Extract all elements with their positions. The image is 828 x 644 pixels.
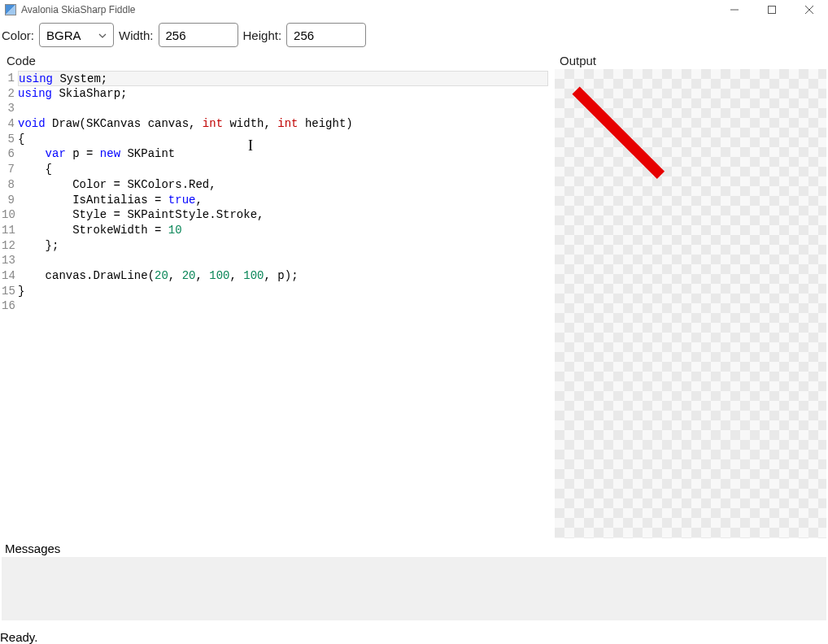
maximize-button[interactable] xyxy=(753,0,791,20)
code-line[interactable]: using SkiaSharp; xyxy=(18,86,548,102)
close-button[interactable] xyxy=(791,0,828,20)
code-line[interactable]: { xyxy=(18,132,548,147)
code-line[interactable] xyxy=(18,101,548,116)
code-line[interactable]: canvas.DrawLine(20, 20, 100, 100, p); xyxy=(18,268,548,284)
code-line[interactable] xyxy=(18,298,548,314)
code-line[interactable]: var p = new SKPaint xyxy=(18,146,548,162)
code-line[interactable]: IsAntialias = true, xyxy=(18,193,548,208)
minimize-button[interactable] xyxy=(716,0,753,20)
output-drawing xyxy=(555,69,826,341)
code-gutter: 12345678910111213141516 xyxy=(2,70,16,538)
code-line[interactable]: { xyxy=(18,162,548,177)
code-line[interactable]: StrokeWidth = 10 xyxy=(18,223,548,238)
code-editor[interactable]: 12345678910111213141516 using System;usi… xyxy=(2,69,548,538)
code-line[interactable]: }; xyxy=(18,238,548,254)
window-title: Avalonia SkiaSharp Fiddle xyxy=(21,4,136,15)
title-bar: Avalonia SkiaSharp Fiddle xyxy=(0,0,828,20)
color-combo[interactable]: BGRA xyxy=(39,23,114,47)
width-label: Width: xyxy=(119,28,154,42)
width-input[interactable] xyxy=(159,23,238,47)
height-label: Height: xyxy=(243,28,282,42)
chevron-down-icon xyxy=(98,29,107,41)
output-canvas xyxy=(555,69,826,538)
code-line[interactable]: using System; xyxy=(18,71,548,86)
output-label: Output xyxy=(555,52,826,69)
code-label: Code xyxy=(2,52,548,69)
svg-rect-1 xyxy=(769,7,776,14)
color-combo-value: BGRA xyxy=(46,28,81,42)
code-line[interactable]: Color = SKColors.Red, xyxy=(18,177,548,193)
messages-label: Messages xyxy=(0,538,828,557)
app-icon xyxy=(5,4,16,15)
code-line[interactable]: } xyxy=(18,284,548,299)
color-label: Color: xyxy=(2,28,34,42)
code-line[interactable]: Style = SKPaintStyle.Stroke, xyxy=(18,207,548,223)
code-line[interactable] xyxy=(18,253,548,268)
settings-bar: Color: BGRA Width: Height: xyxy=(0,20,828,52)
height-input[interactable] xyxy=(286,23,366,47)
code-area[interactable]: using System;using SkiaSharp;void Draw(S… xyxy=(16,70,548,538)
status-text: Ready. xyxy=(0,630,37,644)
svg-line-4 xyxy=(576,90,660,175)
code-line[interactable]: void Draw(SKCanvas canvas, int width, in… xyxy=(18,116,548,132)
messages-box[interactable] xyxy=(2,557,826,620)
